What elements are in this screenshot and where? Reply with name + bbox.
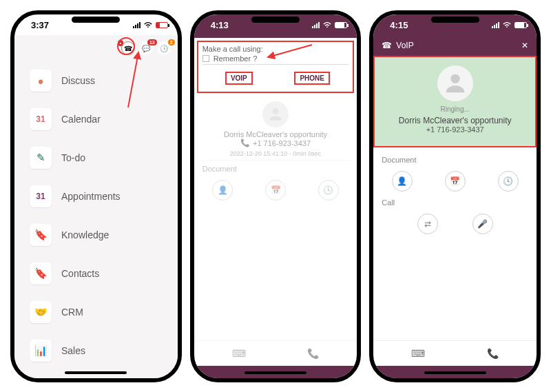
avatar-icon — [437, 65, 473, 101]
clock: 3:37 — [31, 20, 49, 30]
opportunity-name: Dorris McCleaver's opportunity — [380, 116, 530, 125]
status-bar: 3:37 — [14, 14, 178, 35]
menu-sales[interactable]: 📊Sales — [14, 331, 178, 370]
document-section: Document — [380, 152, 530, 168]
status-bar: 4:15 — [373, 14, 537, 35]
phone-header-icon: ☎ — [382, 41, 392, 50]
dialog-title: Make a call using: — [202, 45, 349, 53]
knowledge-icon: 🔖 — [30, 224, 52, 246]
menu-todo[interactable]: ✎To-do — [14, 138, 178, 177]
avatar-icon — [262, 101, 289, 127]
svg-point-2 — [273, 108, 279, 114]
remember-checkbox[interactable]: Remember ? — [202, 53, 349, 64]
call-body: Document 👤 📅 🕓 Call ⇄ 🎤 — [373, 147, 537, 340]
activity-icon[interactable]: 🕓2 — [157, 41, 171, 55]
call-method-dialog: Make a call using: Remember ? VOIP PHONE — [197, 41, 355, 93]
dialog-buttons: VOIP PHONE — [202, 64, 349, 89]
battery-icon — [156, 22, 168, 28]
calendar-icon: 31 — [30, 108, 52, 130]
document-section: Document — [201, 161, 351, 177]
menu-knowledge[interactable]: 🔖Knowledge — [14, 216, 178, 254]
wifi-icon — [322, 21, 332, 28]
status-icons — [133, 21, 168, 28]
menu-contacts[interactable]: 🔖Contacts — [14, 254, 178, 293]
call-section: Call — [380, 194, 530, 211]
ringing-status: Ringing... — [380, 105, 530, 113]
wifi-icon — [143, 21, 153, 28]
appointments-icon: 31 — [30, 185, 52, 207]
phone-number: 📞+1 716-923-3437 — [201, 138, 351, 147]
person-action-icon[interactable]: 👤 — [392, 171, 413, 192]
menu-discuss[interactable]: ●Discuss — [14, 61, 178, 100]
crm-icon: 🤝 — [30, 301, 52, 323]
checkbox-icon[interactable] — [202, 55, 209, 62]
keypad-icon[interactable]: ⌨ — [411, 348, 425, 359]
menu-crm[interactable]: 🤝CRM — [14, 293, 178, 331]
keypad-icon[interactable]: ⌨ — [232, 348, 246, 359]
battery-icon — [514, 22, 527, 28]
phone-number: +1 716-923-3437 — [380, 125, 530, 134]
status-bar: 4:13 — [194, 14, 357, 35]
transfer-icon[interactable]: ⇄ — [417, 214, 438, 234]
status-icons — [312, 21, 347, 28]
phone-screen-2: 4:13 Make a call using: Remember ? VOIP … — [190, 10, 362, 382]
phone-button[interactable]: PHONE — [276, 69, 349, 87]
battery-icon — [335, 22, 347, 28]
call-panel-dimmed: Dorris McCleaver's opportunity 📞+1 716-9… — [194, 96, 357, 340]
call-footer: ⌨ 📞 — [373, 340, 537, 366]
call-footer: ⌨ 📞 — [194, 340, 357, 366]
svg-point-3 — [450, 74, 459, 83]
clock: 4:13 — [211, 20, 229, 30]
app-menu-screen: ☎• 💬13 🕓2 ●Discuss 31Calendar ✎To-do 31A… — [14, 35, 178, 378]
call-actions: ⇄ 🎤 — [380, 211, 530, 237]
clock: 4:15 — [390, 20, 408, 30]
timestamp: 2022-12-20 15:41:10 - 0min 0sec — [201, 147, 351, 161]
header-title: VoIP — [396, 41, 413, 50]
hangup-icon[interactable]: 📞 — [487, 348, 499, 359]
phone-screen-3: 4:15 ☎VoIP ✕ Ringing... Dorris McCleaver… — [369, 10, 541, 382]
calendar-action-icon[interactable]: 📅 — [265, 180, 286, 200]
call-icon[interactable]: 📞 — [307, 348, 319, 359]
menu-appointments[interactable]: 31Appointments — [14, 177, 178, 216]
top-icons-row: ☎• 💬13 🕓2 — [14, 35, 178, 61]
phone-call-icon[interactable]: ☎• — [121, 41, 135, 55]
contacts-icon: 🔖 — [30, 262, 52, 285]
calendar-action-icon[interactable]: 📅 — [445, 171, 466, 192]
wifi-icon — [502, 21, 512, 28]
document-actions: 👤 📅 🕓 — [380, 168, 530, 194]
signal-icon — [492, 22, 499, 28]
menu-list: ●Discuss 31Calendar ✎To-do 31Appointment… — [14, 61, 178, 370]
todo-icon: ✎ — [30, 147, 52, 169]
clock-action-icon[interactable]: 🕓 — [318, 180, 339, 200]
sales-icon: 📊 — [30, 340, 52, 362]
clock-action-icon[interactable]: 🕓 — [498, 171, 519, 192]
opportunity-name: Dorris McCleaver's opportunity — [201, 130, 351, 138]
mic-icon[interactable]: 🎤 — [472, 214, 493, 234]
voip-button[interactable]: VOIP — [202, 69, 276, 87]
close-icon[interactable]: ✕ — [521, 41, 528, 50]
voip-header: ☎VoIP ✕ — [373, 35, 537, 56]
phone-icon: 📞 — [240, 138, 250, 147]
person-action-icon[interactable]: 👤 — [212, 180, 233, 200]
signal-icon — [133, 22, 141, 28]
chat-icon[interactable]: 💬13 — [139, 41, 153, 55]
ringing-card: Ringing... Dorris McCleaver's opportunit… — [373, 56, 537, 147]
discuss-icon: ● — [30, 70, 52, 92]
signal-icon — [312, 22, 320, 28]
phone-screen-1: 3:37 ☎• 💬13 🕓2 ●Discuss 31Calendar ✎To-d… — [10, 10, 182, 382]
document-actions: 👤 📅 🕓 — [201, 177, 351, 203]
menu-calendar[interactable]: 31Calendar — [14, 100, 178, 138]
status-icons — [492, 21, 527, 28]
